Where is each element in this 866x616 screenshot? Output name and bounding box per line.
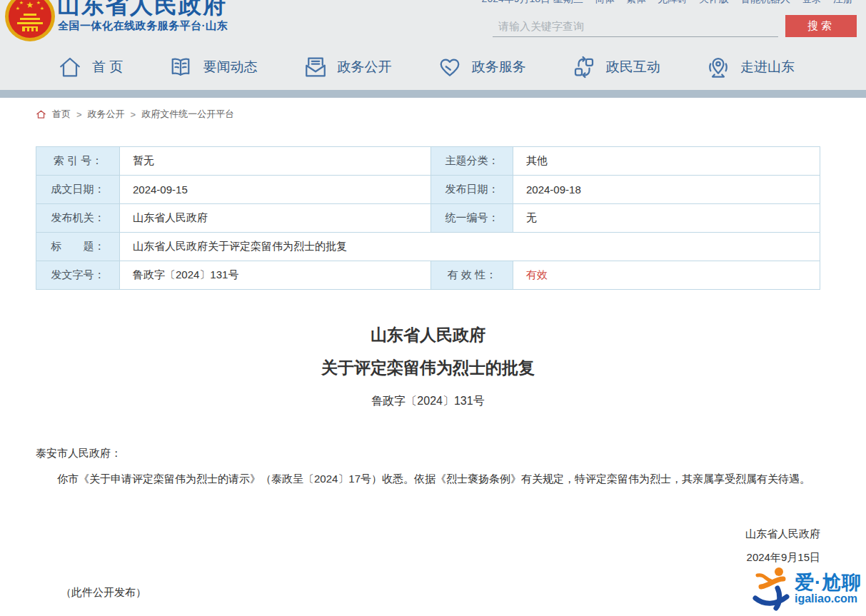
header-divider-bar <box>0 90 866 98</box>
national-emblem-icon: ★ ★ ★ ★ ★ <box>4 0 56 42</box>
content-area: 首页 > 政务公开 > 政府文件统一公开平台 索 引 号： 暂无 主题分类： 其… <box>0 108 866 600</box>
topbar-link-care-version[interactable]: 关怀版 <box>699 0 729 6</box>
nav-item-gov-disclosure[interactable]: 政务公开 <box>303 54 392 80</box>
home-icon <box>57 54 83 80</box>
site-header: 2024年9月18日 星期三 简体 繁体 无障碍 关怀版 智能机器人 登录 注册… <box>0 0 866 90</box>
meta-value-unified-no: 无 <box>513 204 820 233</box>
breadcrumb-separator: > <box>131 109 136 120</box>
mail-open-icon <box>303 54 328 80</box>
meta-label-category: 主题分类： <box>431 147 513 176</box>
public-release-note: （此件公开发布） <box>36 586 820 600</box>
topbar-date: 2024年9月18日 星期三 <box>482 0 583 6</box>
svg-text:★: ★ <box>40 6 44 11</box>
nav-label: 政务服务 <box>472 58 526 76</box>
news-book-icon <box>168 54 193 80</box>
signature-date: 2024年9月15日 <box>36 545 820 569</box>
meta-label-publish-date: 发布日期： <box>431 176 513 204</box>
signature-block: 山东省人民政府 2024年9月15日 <box>36 522 820 569</box>
breadcrumb: 首页 > 政务公开 > 政府文件统一公开平台 <box>36 108 820 121</box>
page: 2024年9月18日 星期三 简体 繁体 无障碍 关怀版 智能机器人 登录 注册… <box>0 0 866 616</box>
topbar-link-login[interactable]: 登录 <box>802 0 822 6</box>
search-area: 搜索 <box>493 15 857 37</box>
meta-value-title: 山东省人民政府关于评定栾留伟为烈士的批复 <box>120 233 820 261</box>
nav-label: 政民互动 <box>606 58 660 76</box>
search-input[interactable] <box>493 16 778 37</box>
meta-value-publish-date: 2024-09-18 <box>513 176 820 204</box>
watermark-runner-icon <box>750 563 792 615</box>
meta-label-issuing-agency: 发布机关： <box>36 204 120 233</box>
interaction-arrows-icon <box>571 54 597 80</box>
meta-label-title: 标 题： <box>36 233 120 261</box>
watermark-logo: 爱·尬聊 igaliao.com <box>750 563 862 615</box>
table-row: 成文日期： 2024-09-15 发布日期： 2024-09-18 <box>36 176 820 204</box>
nav-item-gov-services[interactable]: 政务服务 <box>437 54 526 80</box>
table-row: 发布机关： 山东省人民政府 统一编号： 无 <box>36 204 820 233</box>
breadcrumb-home-icon <box>36 109 46 120</box>
search-button[interactable]: 搜索 <box>785 15 857 37</box>
site-subtitle: 全国一体化在线政务服务平台·山东 <box>58 19 228 33</box>
meta-value-written-date: 2024-09-15 <box>120 176 431 204</box>
signature-signer: 山东省人民政府 <box>36 522 820 545</box>
meta-value-issuing-agency: 山东省人民政府 <box>120 204 431 233</box>
map-pin-icon <box>705 54 731 80</box>
svg-text:★: ★ <box>19 0 24 5</box>
document-salutation: 泰安市人民政府： <box>36 447 820 460</box>
heart-icon <box>437 54 463 80</box>
topbar-link-simplified[interactable]: 简体 <box>595 0 615 6</box>
document-title-line1: 山东省人民政府 <box>36 324 820 346</box>
topbar-link-traditional[interactable]: 繁体 <box>626 0 646 6</box>
topbar: 2024年9月18日 星期三 简体 繁体 无障碍 关怀版 智能机器人 登录 注册 <box>482 0 853 8</box>
nav-item-news[interactable]: 要闻动态 <box>168 54 257 80</box>
breadcrumb-item-disclosure[interactable]: 政务公开 <box>88 108 125 121</box>
nav-label: 走进山东 <box>740 58 795 76</box>
svg-text:★: ★ <box>36 0 41 5</box>
meta-label-index-no: 索 引 号： <box>36 147 120 176</box>
meta-label-validity: 有 效 性： <box>431 261 513 290</box>
meta-label-doc-number: 发文字号： <box>36 261 120 290</box>
topbar-link-accessibility[interactable]: 无障碍 <box>658 0 688 6</box>
meta-value-validity: 有效 <box>513 261 820 290</box>
meta-label-written-date: 成文日期： <box>36 176 120 204</box>
nav-label: 首 页 <box>92 58 123 76</box>
document-title-line2: 关于评定栾留伟为烈士的批复 <box>36 357 820 379</box>
meta-value-category: 其他 <box>513 147 820 176</box>
breadcrumb-item-home[interactable]: 首页 <box>52 108 71 121</box>
site-logo[interactable]: ★ ★ ★ ★ ★ 山东省人民政府 全国一体化在线政务服务平台·山东 <box>0 0 300 43</box>
meta-label-unified-no: 统一编号： <box>431 204 513 233</box>
meta-value-index-no: 暂无 <box>120 147 431 176</box>
table-row: 标 题： 山东省人民政府关于评定栾留伟为烈士的批复 <box>36 233 820 261</box>
watermark-domain: igaliao.com <box>795 592 862 605</box>
breadcrumb-item-platform[interactable]: 政府文件统一公开平台 <box>141 108 234 121</box>
nav-label: 要闻动态 <box>203 58 257 76</box>
svg-text:★: ★ <box>16 6 20 11</box>
breadcrumb-separator: > <box>76 109 82 120</box>
nav-item-about-shandong[interactable]: 走进山东 <box>705 54 795 80</box>
doc-meta-table: 索 引 号： 暂无 主题分类： 其他 成文日期： 2024-09-15 发布日期… <box>36 146 820 290</box>
document-body-paragraph: 你市《关于申请评定栾留伟为烈士的请示》（泰政呈〔2024〕17号）收悉。依据《烈… <box>36 463 820 495</box>
document-number: 鲁政字〔2024〕131号 <box>36 394 820 409</box>
meta-value-doc-number: 鲁政字〔2024〕131号 <box>120 261 431 290</box>
watermark-brand: 爱·尬聊 <box>795 572 862 592</box>
svg-text:★: ★ <box>26 0 34 10</box>
table-row: 索 引 号： 暂无 主题分类： 其他 <box>36 147 820 176</box>
nav-item-home[interactable]: 首 页 <box>57 54 123 80</box>
main-nav: 首 页 要闻动态 政务公开 <box>0 44 866 90</box>
table-row: 发文字号： 鲁政字〔2024〕131号 有 效 性： 有效 <box>36 261 820 290</box>
nav-label: 政务公开 <box>338 58 392 76</box>
topbar-link-register[interactable]: 注册 <box>833 0 853 6</box>
nav-item-interaction[interactable]: 政民互动 <box>571 54 660 80</box>
site-title: 山东省人民政府 <box>57 0 227 21</box>
watermark-text: 爱·尬聊 igaliao.com <box>795 572 862 605</box>
topbar-link-chatbot[interactable]: 智能机器人 <box>740 0 790 6</box>
